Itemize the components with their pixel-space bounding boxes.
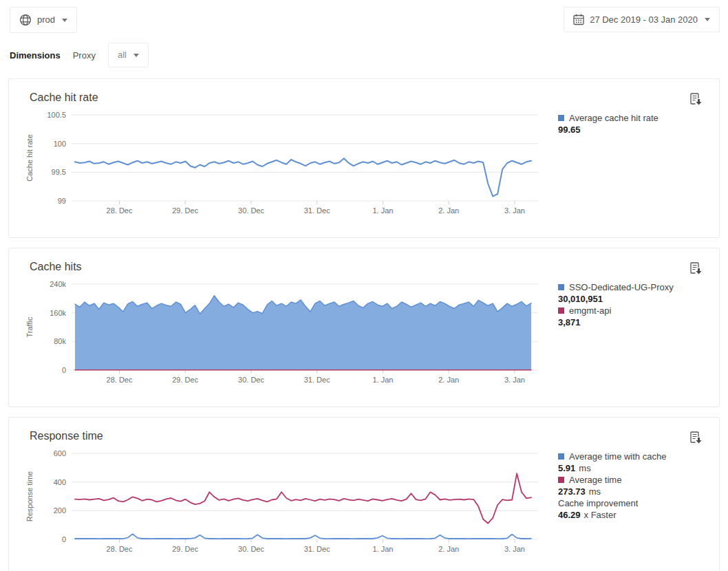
svg-text:200: 200 [54,506,66,515]
dimension-value-select[interactable]: all [108,43,149,67]
svg-text:29. Dec: 29. Dec [172,206,198,215]
chart-svg: 240k160k80k028. Dec29. Dec30. Dec31. Dec… [20,280,543,389]
svg-text:31. Dec: 31. Dec [304,206,330,215]
svg-text:100.5: 100.5 [47,111,66,119]
environment-selector[interactable]: prod [10,7,77,33]
topbar: prod 27 Dec 2019 - 03 Jan 2020 [0,0,728,33]
legend-value-row: 30,010,951 [558,293,719,305]
legend-value-row: 46.29x Faster [558,509,719,521]
calendar-icon [573,14,584,25]
legend-item-label: Average cache hit rate [558,112,719,124]
svg-text:80k: 80k [54,337,66,345]
legend-value-suffix: x Faster [584,510,617,520]
chart-card-cache-hits: Cache hits 240k160k80k028. Dec29. Dec30.… [8,248,720,407]
svg-text:3. Jan: 3. Jan [504,206,525,215]
chevron-down-icon [133,54,139,57]
dimension-name-label: Proxy [73,50,96,61]
export-report-button[interactable] [690,262,703,276]
svg-text:30. Dec: 30. Dec [238,545,264,553]
svg-text:1. Jan: 1. Jan [372,376,393,384]
svg-text:0: 0 [62,366,66,374]
svg-text:160k: 160k [50,309,66,317]
chevron-down-icon [705,18,710,21]
chart-row: 240k160k80k028. Dec29. Dec30. Dec31. Dec… [20,280,719,389]
svg-text:30. Dec: 30. Dec [238,376,264,384]
svg-text:Traffic: Traffic [25,316,34,337]
legend-value: 273.73 [558,486,586,497]
legend-item-label: SSO-Dedicated-UG-Proxy [558,281,719,293]
svg-text:31. Dec: 31. Dec [304,376,330,384]
chart-card-response-time: Response time 600400200028. Dec29. Dec30… [8,417,720,571]
legend-value: 5.91 [558,463,575,473]
legend-swatch [558,453,564,460]
chart-legend: SSO-Dedicated-UG-Proxy30,010,951emgmt-ap… [558,280,719,328]
export-report-button[interactable] [690,93,703,107]
svg-text:3. Jan: 3. Jan [504,545,525,553]
date-range-selector[interactable]: 27 Dec 2019 - 03 Jan 2020 [564,7,720,32]
svg-text:1. Jan: 1. Jan [372,545,393,553]
svg-text:2. Jan: 2. Jan [438,206,459,215]
legend-label: SSO-Dedicated-UG-Proxy [569,281,674,293]
svg-text:30. Dec: 30. Dec [238,206,264,215]
svg-text:400: 400 [54,478,66,486]
chart-svg: 600400200028. Dec29. Dec30. Dec31. Dec1.… [20,449,543,558]
legend-swatch [558,308,564,314]
date-range-label: 27 Dec 2019 - 03 Jan 2020 [590,14,698,25]
svg-text:99: 99 [58,197,66,205]
chart-svg: 100.510099.59928. Dec29. Dec30. Dec31. D… [20,111,543,219]
legend-value-row: 273.73ms [558,486,719,497]
legend-value-row: 5.91ms [558,462,719,474]
svg-text:240k: 240k [50,280,66,288]
chart-legend: Average time with cache5.91msAverage tim… [558,449,719,521]
chart-title: Cache hit rate [30,91,719,104]
chart-row: 600400200028. Dec29. Dec30. Dec31. Dec1.… [20,449,719,558]
svg-text:1. Jan: 1. Jan [372,206,393,215]
svg-text:100: 100 [54,140,66,148]
legend-item-label: Average time with cache [558,451,719,462]
legend-item-label: Cache improvement [558,497,719,509]
legend-value-suffix: ms [589,486,601,497]
dimension-value-label: all [118,50,127,61]
legend-swatch [558,477,564,483]
export-report-icon [690,93,703,107]
svg-text:600: 600 [54,449,66,457]
chart-canvas-cache-hit-rate: 100.510099.59928. Dec29. Dec30. Dec31. D… [20,111,543,219]
chart-title: Response time [30,430,719,442]
export-report-icon [690,262,703,276]
svg-text:29. Dec: 29. Dec [172,545,198,553]
legend-label: Average time [569,474,621,486]
svg-text:Cache hit rate: Cache hit rate [25,134,34,181]
chart-canvas-cache-hits: 240k160k80k028. Dec29. Dec30. Dec31. Dec… [20,280,543,389]
legend-label: Average cache hit rate [569,112,659,124]
svg-text:2. Jan: 2. Jan [438,545,459,553]
legend-label: Cache improvement [558,497,638,509]
dimensions-label: Dimensions [10,50,61,61]
svg-text:3. Jan: 3. Jan [504,376,525,384]
legend-item-label: Average time [558,474,719,486]
chevron-down-icon [62,19,67,22]
chart-row: 100.510099.59928. Dec29. Dec30. Dec31. D… [20,111,719,219]
svg-text:Response time: Response time [25,471,34,521]
legend-value-row: 99.65 [558,124,719,136]
legend-label: emgmt-api [569,305,611,316]
legend-swatch [558,284,564,290]
svg-text:0: 0 [62,535,66,543]
legend-value-suffix: ms [579,463,590,473]
legend-swatch [558,115,564,121]
chart-legend: Average cache hit rate99.65 [558,111,719,136]
export-report-button[interactable] [690,431,703,445]
legend-label: Average time with cache [569,451,666,462]
legend-value-row: 3,871 [558,316,719,328]
globe-icon [19,14,32,26]
legend-value: 3,871 [558,317,581,327]
svg-text:28. Dec: 28. Dec [107,376,133,384]
filter-bar: Dimensions Proxy all [0,33,728,78]
export-report-icon [690,431,703,445]
chart-title: Cache hits [30,261,719,273]
environment-label: prod [37,14,55,25]
legend-value: 30,010,951 [558,294,603,304]
legend-item-label: emgmt-api [558,305,719,316]
chart-card-cache-hit-rate: Cache hit rate 100.510099.59928. Dec29. … [8,78,720,238]
svg-text:99.5: 99.5 [52,168,66,176]
chart-canvas-response-time: 600400200028. Dec29. Dec30. Dec31. Dec1.… [20,449,543,558]
